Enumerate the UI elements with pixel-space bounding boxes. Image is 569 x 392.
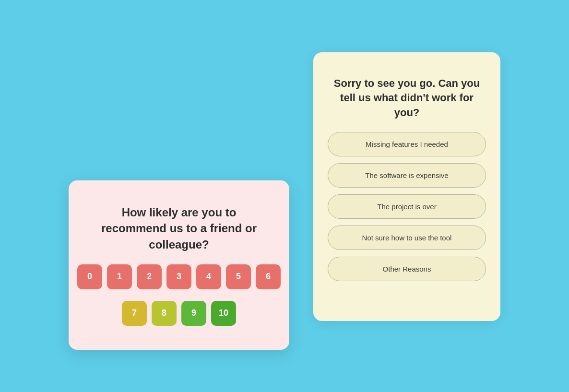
nps-row-2: 7 8 9 10 [122, 301, 236, 326]
option-missing-features[interactable]: Missing features I needed [328, 132, 486, 156]
nps-title: How likely are you to recommend us to a … [88, 204, 270, 253]
nps-row-1: 0 1 2 3 4 5 6 [77, 264, 281, 289]
survey-title: Sorry to see you go. Can you tell us wha… [328, 76, 486, 120]
nps-btn-10[interactable]: 10 [211, 301, 236, 326]
nps-btn-9[interactable]: 9 [181, 301, 206, 326]
option-project-over[interactable]: The project is over [328, 194, 486, 219]
option-not-sure-how[interactable]: Not sure how to use the tool [328, 226, 486, 250]
nps-btn-8[interactable]: 8 [152, 301, 177, 326]
nps-btn-6[interactable]: 6 [256, 264, 281, 289]
scene: Sorry to see you go. Can you tell us wha… [69, 28, 500, 364]
option-other[interactable]: Other Reasons [328, 257, 486, 281]
nps-btn-1[interactable]: 1 [107, 264, 132, 289]
nps-btn-0[interactable]: 0 [77, 264, 102, 289]
cancellation-survey-card: Sorry to see you go. Can you tell us wha… [313, 52, 500, 321]
nps-btn-7[interactable]: 7 [122, 301, 147, 326]
nps-btn-2[interactable]: 2 [137, 264, 162, 289]
nps-card: How likely are you to recommend us to a … [69, 180, 289, 350]
nps-btn-4[interactable]: 4 [196, 264, 221, 289]
option-expensive[interactable]: The software is expensive [328, 163, 486, 188]
nps-btn-3[interactable]: 3 [166, 264, 191, 289]
nps-btn-5[interactable]: 5 [226, 264, 251, 289]
